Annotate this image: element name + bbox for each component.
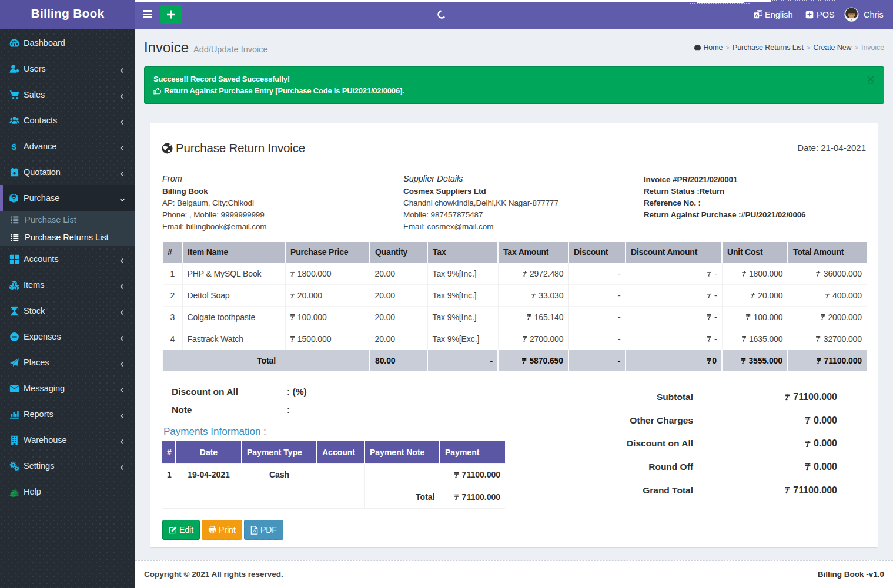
svg-text:A: A — [755, 13, 758, 18]
